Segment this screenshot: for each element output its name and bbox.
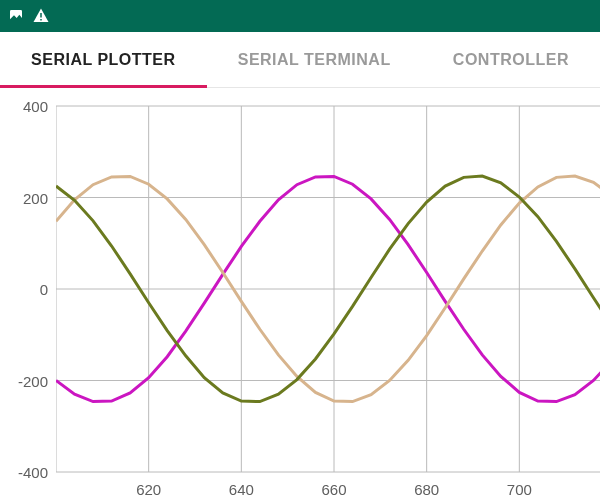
y-tick-label: 0: [0, 281, 54, 298]
status-bar: [0, 0, 600, 32]
image-icon: [8, 8, 24, 24]
tab-label: SERIAL PLOTTER: [31, 51, 176, 69]
y-tick-label: -200: [0, 372, 54, 389]
tab-label: CONTROLLER: [453, 51, 569, 69]
tab-controller[interactable]: CONTROLLER: [422, 32, 600, 87]
x-tick-label: 680: [414, 481, 439, 498]
x-tick-label: 620: [136, 481, 161, 498]
tab-serial-plotter[interactable]: SERIAL PLOTTER: [0, 32, 207, 87]
serial-plotter-chart[interactable]: -400-2000200400 620640660680700: [0, 88, 600, 500]
warning-icon: [32, 7, 50, 25]
plot-svg: [56, 88, 600, 500]
tab-bar: SERIAL PLOTTER SERIAL TERMINAL CONTROLLE…: [0, 32, 600, 88]
x-tick-label: 660: [321, 481, 346, 498]
tab-serial-terminal[interactable]: SERIAL TERMINAL: [207, 32, 422, 87]
y-tick-label: 400: [0, 98, 54, 115]
y-tick-label: 200: [0, 189, 54, 206]
x-tick-label: 700: [507, 481, 532, 498]
svg-rect-2: [40, 19, 42, 21]
tab-label: SERIAL TERMINAL: [238, 51, 391, 69]
svg-rect-1: [40, 13, 42, 18]
x-tick-label: 640: [229, 481, 254, 498]
y-tick-label: -400: [0, 464, 54, 481]
